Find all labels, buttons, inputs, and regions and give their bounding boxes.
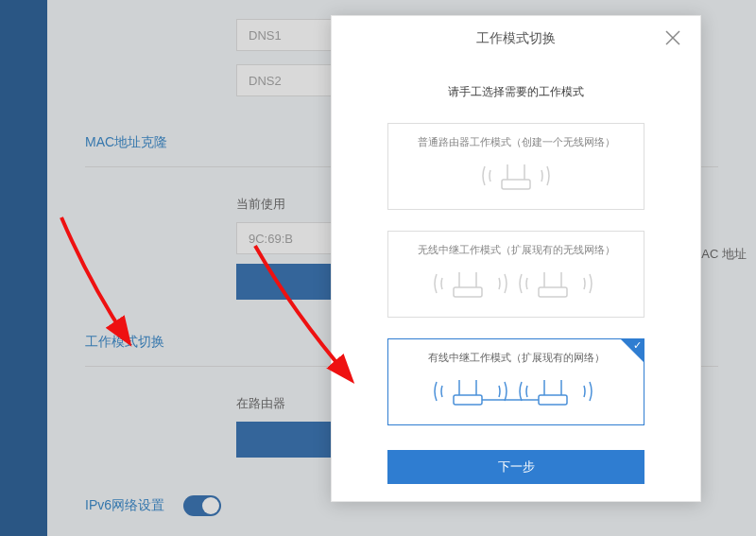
- router-pair-icon: [421, 265, 610, 303]
- router-pair-wired-icon: [421, 372, 610, 410]
- option-label: 有线中继工作模式（扩展现有的网络）: [428, 351, 605, 365]
- check-icon: [621, 339, 644, 362]
- option-label: 普通路由器工作模式（创建一个无线网络）: [418, 135, 615, 149]
- router-icon: [464, 157, 568, 195]
- svg-rect-4: [502, 180, 530, 189]
- ipv6-toggle[interactable]: [183, 495, 221, 516]
- dns1-label: DNS1: [249, 28, 282, 43]
- next-button-label: 下一步: [498, 458, 535, 475]
- svg-rect-13: [454, 395, 482, 405]
- work-mode-modal: 工作模式切换 请手工选择需要的工作模式 普通路由器工作模式（创建一个无线网络） …: [331, 15, 701, 502]
- tail-mac-text: AC 地址: [701, 246, 747, 263]
- option-label: 无线中继工作模式（扩展现有的无线网络）: [418, 243, 615, 257]
- mode-option-normal[interactable]: 普通路由器工作模式（创建一个无线网络）: [387, 123, 644, 210]
- mode-option-wireless-relay[interactable]: 无线中继工作模式（扩展现有的无线网络）: [387, 231, 644, 318]
- mode-option-wired-relay[interactable]: 有线中继工作模式（扩展现有的网络）: [387, 338, 644, 425]
- svg-rect-7: [454, 287, 482, 297]
- modal-title: 工作模式切换: [476, 30, 556, 47]
- dns2-label: DNS2: [249, 74, 282, 88]
- svg-rect-10: [539, 287, 567, 297]
- modal-subtitle: 请手工选择需要的工作模式: [448, 84, 584, 100]
- sidebar-nav: [0, 0, 47, 536]
- close-icon[interactable]: [662, 27, 683, 48]
- next-button[interactable]: 下一步: [387, 450, 644, 484]
- svg-rect-17: [539, 395, 567, 405]
- mac-value: 9C:69:B: [249, 232, 293, 246]
- ipv6-section-title: IPv6网络设置: [85, 497, 164, 514]
